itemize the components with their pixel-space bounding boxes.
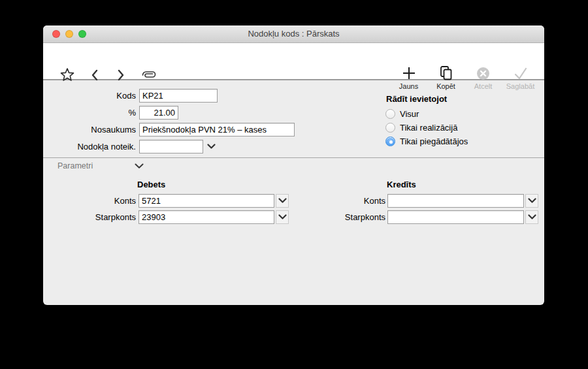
radio-group-title: Rādīt ievietojot bbox=[386, 94, 447, 104]
zoom-window-button[interactable] bbox=[78, 30, 86, 38]
kredits-konts-input[interactable] bbox=[387, 194, 524, 208]
parameters-section-label: Parametri bbox=[57, 161, 93, 170]
radio-option-label: Tikai piegādātājos bbox=[400, 136, 468, 146]
forward-icon[interactable] bbox=[117, 69, 125, 81]
chevron-down-icon bbox=[278, 198, 287, 204]
kredits-konts-dropdown-button[interactable] bbox=[525, 194, 538, 208]
window-title: Nodokļu kods : Pārskats bbox=[43, 25, 544, 42]
radio-option[interactable]: Visur bbox=[385, 108, 419, 120]
minimize-window-button[interactable] bbox=[65, 30, 73, 38]
plus-icon bbox=[402, 65, 416, 82]
debets-konts-dropdown-button[interactable] bbox=[276, 194, 289, 208]
traffic-lights bbox=[52, 30, 86, 38]
radio-option-label: Tikai realizācijā bbox=[400, 123, 457, 133]
kredits-konts-label: Konts bbox=[318, 194, 385, 208]
nodokla-noteik-label: Nodokļa noteik. bbox=[43, 140, 136, 153]
percent-label: % bbox=[43, 106, 136, 120]
save-button-label: Saglabāt bbox=[506, 82, 534, 90]
check-icon bbox=[513, 65, 529, 82]
debets-starpkonts-dropdown-button[interactable] bbox=[276, 210, 289, 224]
chevron-down-icon bbox=[207, 144, 216, 150]
nodokla-noteik-dropdown-button[interactable] bbox=[204, 140, 218, 153]
new-button-label: Jauns bbox=[399, 82, 418, 90]
debets-konts-label: Konts bbox=[43, 194, 136, 208]
radio-icon bbox=[385, 136, 395, 146]
copy-button-label: Kopēt bbox=[436, 82, 455, 90]
kods-input[interactable] bbox=[139, 89, 218, 103]
cancel-icon bbox=[476, 65, 491, 82]
window-titlebar: Nodokļu kods : Pārskats bbox=[43, 25, 544, 43]
toolbar-actions: Jauns Kopēt bbox=[390, 65, 539, 90]
save-button[interactable]: Saglabāt bbox=[502, 65, 539, 90]
radio-option[interactable]: Tikai realizācijā bbox=[385, 121, 457, 133]
nosaukums-input[interactable] bbox=[139, 123, 295, 136]
debets-title: Debets bbox=[137, 180, 165, 189]
debets-starpkonts-input[interactable] bbox=[139, 210, 274, 224]
chevron-down-icon bbox=[278, 214, 287, 220]
section-chevron-down-icon[interactable] bbox=[135, 163, 144, 169]
copy-icon bbox=[438, 65, 453, 82]
radio-icon bbox=[385, 109, 395, 119]
radio-option[interactable]: Tikai piegādātājos bbox=[385, 135, 468, 147]
new-button[interactable]: Jauns bbox=[390, 65, 427, 90]
nosaukums-label: Nosaukums bbox=[43, 123, 136, 136]
app-window: Nodokļu kods : Pārskats bbox=[43, 25, 544, 305]
radio-icon bbox=[385, 123, 395, 133]
nodokla-noteik-input[interactable] bbox=[139, 140, 203, 153]
close-window-button[interactable] bbox=[52, 30, 60, 38]
radio-option-label: Visur bbox=[400, 109, 419, 119]
kredits-starpkonts-dropdown-button[interactable] bbox=[525, 210, 538, 224]
cancel-button[interactable]: Atcelt bbox=[465, 65, 502, 90]
copy-button[interactable]: Kopēt bbox=[427, 65, 465, 90]
section-divider bbox=[43, 157, 544, 158]
debets-konts-input[interactable] bbox=[139, 194, 274, 208]
attachment-icon[interactable] bbox=[140, 69, 158, 81]
debets-starpkonts-label: Starpkonts bbox=[43, 210, 136, 224]
percent-input[interactable] bbox=[139, 106, 178, 120]
back-icon[interactable] bbox=[91, 69, 99, 81]
chevron-down-icon bbox=[528, 198, 536, 204]
kods-label: Kods bbox=[43, 89, 136, 103]
kredits-starpkonts-input[interactable] bbox=[387, 210, 524, 224]
kredits-title: Kredīts bbox=[387, 180, 416, 189]
toolbar: Jauns Kopēt bbox=[43, 43, 544, 80]
star-icon[interactable] bbox=[60, 68, 74, 82]
chevron-down-icon bbox=[528, 214, 536, 220]
cancel-button-label: Atcelt bbox=[474, 82, 493, 90]
kredits-starpkonts-label: Starpkonts bbox=[318, 210, 385, 224]
